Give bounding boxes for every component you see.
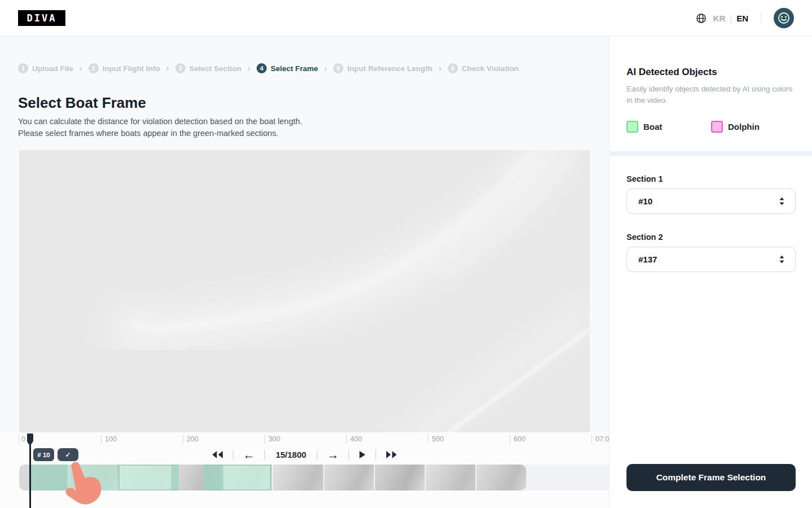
chevron-right-icon: ›	[166, 64, 169, 73]
chevron-right-icon: ›	[248, 64, 250, 73]
step-number: 1	[18, 63, 28, 73]
timeline-ruler: 0 100 200 300 400 500 600 07:0	[0, 432, 609, 446]
header-right: KR | EN	[696, 0, 794, 36]
step-input-flight-info[interactable]: 2 Input Flight Info	[89, 63, 160, 73]
ruler-tick	[101, 435, 102, 444]
fast-forward-button[interactable]	[385, 449, 399, 460]
step-upload-file[interactable]: 1 Upload File	[18, 63, 73, 73]
step-input-reference-length[interactable]: 5 Input Reference Length	[333, 63, 433, 73]
boat-color-swatch	[626, 121, 638, 133]
ruler-tick	[510, 435, 510, 444]
player-controls: ← 15/1800 →	[19, 445, 590, 464]
globe-icon	[696, 13, 707, 24]
arrow-right-icon: →	[327, 449, 339, 461]
timeline-track[interactable]	[19, 465, 609, 491]
ruler-label: 400	[350, 435, 362, 443]
section1-select[interactable]: #10	[626, 189, 796, 214]
step-number: 3	[175, 63, 186, 73]
lang-en[interactable]: EN	[736, 14, 748, 23]
step-check-violation[interactable]: 6 Check Violation	[448, 63, 519, 73]
ruler-label: 200	[187, 435, 198, 443]
ruler-tick	[264, 435, 265, 444]
step-number: 6	[448, 63, 458, 73]
timeline: 0 100 200 300 400 500 600 07:0	[0, 432, 609, 508]
step-number: 2	[89, 63, 99, 73]
legend-item-dolphin: Dolphin	[711, 121, 796, 133]
chevron-right-icon: ›	[80, 64, 82, 73]
step-label: Upload File	[32, 64, 73, 73]
frame-number-badge: # 10	[33, 448, 54, 461]
user-avatar[interactable]	[774, 8, 794, 28]
check-icon: ✓	[65, 452, 70, 458]
step-label: Check Violation	[462, 64, 519, 73]
step-number: 4	[257, 63, 267, 73]
sidebar: AI Detected Objects Easily identify obje…	[609, 36, 812, 508]
video-player: ← 15/1800 →	[19, 150, 590, 470]
step-label: Input Flight Info	[103, 64, 160, 73]
step-label: Input Reference Length	[347, 64, 433, 73]
sidebar-subtitle: Easily identify objects detected by AI u…	[626, 84, 795, 106]
dolphin-color-swatch	[711, 121, 723, 133]
arrow-left-icon: ←	[243, 449, 255, 461]
boat-section-overlay-1[interactable]	[31, 465, 117, 491]
sidebar-title: AI Detected Objects	[626, 67, 717, 78]
step-select-section[interactable]: 3 Select Section	[175, 63, 241, 73]
header-divider	[761, 12, 761, 24]
boat-section-overlay-3[interactable]	[203, 465, 271, 491]
ruler-tick	[19, 435, 19, 444]
section2-select[interactable]: #137	[626, 247, 796, 272]
ruler-label: 600	[514, 435, 526, 443]
chevron-right-icon: ›	[324, 64, 327, 73]
app-window: DIVA KR | EN	[0, 0, 812, 508]
lang-kr[interactable]: KR	[713, 14, 726, 23]
confirm-frame-button[interactable]: ✓	[58, 448, 78, 461]
language-switcher: KR | EN	[713, 14, 748, 23]
legend-item-boat: Boat	[626, 121, 711, 133]
spinner-arrows-icon	[779, 255, 785, 264]
step-number: 5	[333, 63, 343, 73]
controls-separator	[233, 450, 233, 459]
ruler-label: 07:0	[595, 435, 609, 443]
controls-separator	[317, 450, 317, 459]
ruler-label: 300	[268, 435, 280, 443]
frame-thumbnail[interactable]	[426, 465, 475, 491]
chevron-right-icon: ›	[439, 64, 442, 73]
ruler-label: 500	[432, 435, 444, 443]
legend-label: Boat	[643, 122, 662, 132]
wizard-stepper: 1 Upload File › 2 Input Flight Info › 3 …	[18, 63, 519, 73]
frame-counter: 15/1800	[273, 450, 308, 459]
section1-label: Section 1	[626, 174, 663, 183]
next-frame-button[interactable]: →	[326, 448, 340, 462]
ruler-label: 100	[105, 435, 117, 443]
lang-separator: |	[730, 14, 732, 23]
section2-label: Section 2	[626, 233, 663, 242]
play-button[interactable]	[358, 449, 367, 460]
frame-thumbnail[interactable]	[324, 465, 374, 491]
page-title: Select Boat Frame	[18, 94, 146, 112]
page-description-line1: You can calculate the distance for viola…	[18, 116, 302, 128]
smiley-icon	[776, 11, 791, 25]
section1-value: #10	[638, 196, 652, 206]
complete-frame-selection-button[interactable]: Complete Frame Selection	[626, 464, 796, 491]
controls-separator	[348, 450, 349, 459]
ruler-tick	[428, 435, 429, 444]
step-select-frame[interactable]: 4 Select Frame	[257, 63, 318, 73]
boat-section-overlay-2[interactable]	[118, 465, 179, 491]
spinner-arrows-icon	[779, 197, 785, 205]
legend-label: Dolphin	[728, 122, 760, 132]
playhead-line[interactable]	[29, 437, 31, 508]
ruler-tick	[183, 435, 183, 444]
detection-legend: Boat Dolphin	[626, 121, 796, 133]
ruler-tick	[346, 435, 347, 444]
frame-thumbnail[interactable]	[476, 465, 526, 491]
main-content: 1 Upload File › 2 Input Flight Info › 3 …	[0, 36, 609, 508]
controls-separator	[264, 450, 265, 459]
frame-thumbnail[interactable]	[375, 465, 425, 491]
frame-thumbnail[interactable]	[273, 465, 323, 491]
rewind-button[interactable]	[210, 449, 224, 460]
diva-logo[interactable]: DIVA	[18, 10, 65, 26]
step-label: Select Section	[189, 64, 241, 73]
video-frame-image	[19, 150, 590, 470]
previous-frame-button[interactable]: ←	[242, 448, 256, 462]
ruler-tick	[592, 435, 592, 444]
